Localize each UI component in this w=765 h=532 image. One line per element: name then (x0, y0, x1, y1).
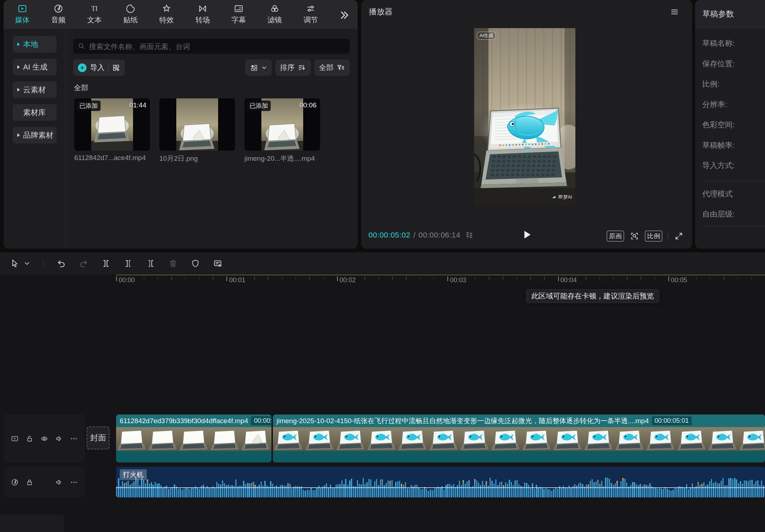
divider (702, 181, 765, 181)
tab-transition[interactable]: 转场 (189, 4, 217, 25)
waveform-bar (264, 481, 265, 497)
waveform-bar (149, 484, 150, 497)
timeline-ruler[interactable]: 00:0000:0100:0200:0300:0400:05 (0, 275, 765, 288)
filmstrip-frame (738, 427, 765, 451)
waveform-bar (287, 483, 288, 497)
redo-icon[interactable] (79, 259, 88, 268)
waveform-peak (486, 481, 487, 484)
audio-waveform (116, 467, 765, 497)
waveform-bar (680, 487, 681, 497)
waveform-bar (661, 489, 662, 497)
waveform-bar (667, 489, 668, 497)
split-keep-right-icon[interactable] (146, 259, 155, 268)
video-preview[interactable]: AI生成 即梦AI (474, 28, 575, 205)
tab-text[interactable]: TI文本 (80, 4, 109, 25)
waveform-peak (289, 484, 291, 487)
undo-icon[interactable] (57, 259, 66, 268)
split-icon[interactable] (101, 259, 111, 268)
waveform-bar (424, 487, 425, 497)
waveform-bar (494, 484, 495, 497)
waveform-bar (155, 482, 156, 497)
visibility-eye-icon[interactable] (40, 435, 48, 443)
tab-captions[interactable]: 字幕 (225, 4, 253, 25)
import-button[interactable]: 导入 (73, 59, 125, 76)
delete-icon[interactable] (168, 259, 178, 268)
waveform-bar (180, 488, 181, 497)
waveform-bar (189, 489, 190, 497)
sort-button[interactable]: 排序 (275, 59, 311, 76)
divider (668, 233, 668, 239)
sidebar-item-3[interactable]: 素材库 (13, 104, 57, 121)
cover-button[interactable]: 封面 (87, 426, 110, 449)
tab-label: 调节 (297, 15, 325, 25)
ruler-tick-major (558, 276, 559, 281)
waveform-bar (459, 481, 460, 498)
fullscreen-icon[interactable] (674, 231, 684, 241)
select-tool-icon[interactable] (10, 259, 19, 268)
video-clip-0[interactable]: 6112842d7ed379b339bf30d4dfface4f.mp400:0… (116, 414, 271, 462)
media-thumbnail[interactable]: 已添加00:06 (244, 98, 320, 151)
tab-audio[interactable]: 音频 (44, 4, 72, 25)
play-button[interactable] (521, 229, 533, 241)
delete-text-icon[interactable] (213, 259, 222, 268)
tab-label: 特效 (152, 15, 181, 25)
lock-open-icon[interactable] (26, 435, 34, 443)
draft-field-label: 代理模式 (695, 184, 765, 204)
original-quality-button[interactable]: 原画 (607, 231, 624, 241)
player-menu-button[interactable] (670, 7, 679, 17)
qr-code-icon (112, 64, 120, 72)
waveform-bar (713, 483, 714, 497)
waveform-bar (549, 489, 550, 497)
media-thumbnail[interactable] (159, 98, 235, 151)
waveform-bar (463, 480, 464, 498)
render-indicator-line (116, 275, 765, 275)
search-input[interactable] (88, 39, 346, 54)
sidebar-item-0[interactable]: 本地 (13, 36, 57, 53)
ratio-button[interactable]: 比例 (645, 231, 662, 241)
sidebar-item-1[interactable]: AI 生成 (13, 59, 57, 75)
media-thumbnail[interactable]: 已添加01:44 (74, 98, 150, 151)
player-title: 播放器 (369, 6, 393, 17)
waveform-bar (405, 482, 406, 497)
more-options-icon[interactable] (70, 478, 78, 486)
filter-button[interactable]: 全部 (314, 59, 350, 76)
tab-sticker[interactable]: 贴纸 (116, 4, 145, 25)
waveform-bar (698, 482, 699, 497)
waveform-bar (538, 488, 539, 498)
search-bar (73, 39, 350, 54)
waveform-bar (249, 483, 250, 497)
more-tabs-button[interactable] (339, 9, 352, 22)
tab-effects[interactable]: 特效 (152, 4, 181, 25)
tab-adjust[interactable]: 调节 (297, 4, 325, 25)
mask-shield-icon[interactable] (191, 259, 200, 268)
frame-list-icon[interactable] (465, 231, 474, 240)
select-tool-chevron-icon[interactable] (24, 260, 30, 267)
waveform-bar (532, 483, 533, 497)
import-label: 导入 (90, 63, 105, 72)
speaker-icon[interactable] (55, 478, 63, 486)
waveform-bar (636, 484, 637, 497)
more-options-icon[interactable] (70, 435, 78, 443)
audio-clip[interactable]: 打火机 (116, 467, 765, 497)
speaker-icon[interactable] (55, 435, 63, 443)
waveform-bar (514, 480, 516, 497)
preview-zoom-icon[interactable] (630, 231, 639, 241)
volume-line[interactable] (116, 487, 765, 488)
video-clip-1[interactable]: jimeng-2025-10-02-4150-纸张在飞行过程中流畅且自然地渐变变… (273, 414, 765, 462)
tab-filters[interactable]: 滤镜 (261, 4, 289, 25)
waveform-bar (435, 487, 437, 497)
media-filename: 10月2日.png (159, 154, 235, 163)
media-item[interactable]: 已添加01:446112842d7...ace4f.mp4 (74, 98, 150, 163)
waveform-bar (584, 487, 585, 497)
tab-media[interactable]: 媒体 (8, 4, 36, 25)
sidebar-item-4[interactable]: 品牌素材 (13, 127, 57, 143)
waveform-bar (499, 482, 500, 497)
view-mode-button[interactable] (245, 59, 272, 76)
waveform-bar (690, 487, 691, 498)
media-item[interactable]: 已添加00:06jimeng-20...半透....mp4 (244, 98, 320, 163)
lock-closed-icon[interactable] (26, 478, 34, 486)
split-keep-left-icon[interactable] (124, 259, 133, 268)
video-editor-app: 媒体音频TI文本贴纸特效转场字幕滤镜调节 本地AI 生成云素材素材库品牌素材 导… (0, 0, 765, 532)
media-item[interactable]: 10月2日.png (159, 98, 235, 163)
sidebar-item-2[interactable]: 云素材 (13, 81, 57, 98)
